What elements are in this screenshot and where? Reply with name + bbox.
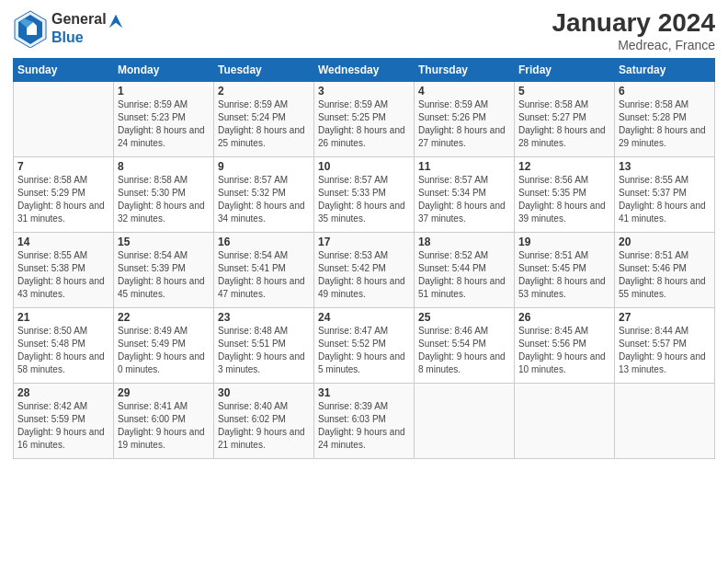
day-info: Sunrise: 8:59 AMSunset: 5:26 PMDaylight:… [418, 98, 510, 150]
table-row: 24Sunrise: 8:47 AMSunset: 5:52 PMDayligh… [314, 307, 415, 383]
day-info: Sunrise: 8:55 AMSunset: 5:38 PMDaylight:… [17, 249, 109, 301]
col-monday: Monday [114, 58, 214, 81]
day-number: 10 [318, 160, 410, 173]
day-number: 7 [17, 160, 109, 173]
table-row: 22Sunrise: 8:49 AMSunset: 5:49 PMDayligh… [114, 307, 214, 383]
day-number: 18 [418, 236, 510, 248]
table-row: 25Sunrise: 8:46 AMSunset: 5:54 PMDayligh… [415, 307, 515, 383]
day-info: Sunrise: 8:58 AMSunset: 5:27 PMDaylight:… [518, 98, 610, 150]
table-row: 29Sunrise: 8:41 AMSunset: 6:00 PMDayligh… [114, 383, 214, 458]
table-row: 8Sunrise: 8:58 AMSunset: 5:30 PMDaylight… [114, 156, 214, 232]
table-row: 17Sunrise: 8:53 AMSunset: 5:42 PMDayligh… [314, 232, 415, 307]
day-info: Sunrise: 8:44 AMSunset: 5:57 PMDaylight:… [619, 325, 711, 376]
day-number: 27 [619, 311, 711, 324]
day-info: Sunrise: 8:42 AMSunset: 5:59 PMDaylight:… [17, 400, 109, 452]
day-number: 12 [518, 160, 610, 173]
table-row: 14Sunrise: 8:55 AMSunset: 5:38 PMDayligh… [14, 232, 114, 307]
day-info: Sunrise: 8:49 AMSunset: 5:49 PMDaylight:… [118, 325, 210, 376]
day-info: Sunrise: 8:53 AMSunset: 5:42 PMDaylight:… [318, 249, 410, 301]
svg-marker-2 [108, 15, 121, 28]
day-number: 24 [318, 311, 410, 324]
day-info: Sunrise: 8:59 AMSunset: 5:25 PMDaylight:… [318, 98, 410, 150]
table-row: 16Sunrise: 8:54 AMSunset: 5:41 PMDayligh… [214, 232, 314, 307]
table-row: 9Sunrise: 8:57 AMSunset: 5:32 PMDaylight… [214, 156, 314, 232]
day-info: Sunrise: 8:47 AMSunset: 5:52 PMDaylight:… [318, 325, 410, 376]
col-wednesday: Wednesday [314, 58, 415, 81]
day-number: 2 [218, 85, 310, 98]
logo-blue: Blue [51, 29, 124, 46]
calendar-week-3: 14Sunrise: 8:55 AMSunset: 5:38 PMDayligh… [14, 232, 715, 307]
calendar-week-1: 1Sunrise: 8:59 AMSunset: 5:23 PMDaylight… [14, 81, 715, 156]
table-row: 11Sunrise: 8:57 AMSunset: 5:34 PMDayligh… [415, 156, 515, 232]
day-info: Sunrise: 8:57 AMSunset: 5:32 PMDaylight:… [218, 174, 310, 225]
day-number: 23 [218, 311, 310, 324]
month-title: January 2024 [552, 9, 715, 38]
table-row: 28Sunrise: 8:42 AMSunset: 5:59 PMDayligh… [14, 383, 114, 458]
calendar-week-2: 7Sunrise: 8:58 AMSunset: 5:29 PMDaylight… [14, 156, 715, 232]
day-number: 20 [619, 236, 711, 248]
day-info: Sunrise: 8:40 AMSunset: 6:02 PMDaylight:… [218, 400, 310, 452]
day-number: 6 [619, 85, 711, 98]
day-info: Sunrise: 8:54 AMSunset: 5:39 PMDaylight:… [118, 249, 210, 301]
calendar-table: Sunday Monday Tuesday Wednesday Thursday… [13, 58, 715, 459]
day-info: Sunrise: 8:52 AMSunset: 5:44 PMDaylight:… [418, 249, 510, 301]
header: General Blue January 2024 Medreac, Franc… [13, 9, 715, 52]
day-number: 26 [518, 311, 610, 324]
day-number: 3 [318, 85, 410, 98]
day-number: 15 [118, 236, 210, 248]
logo-arrow-icon [108, 13, 124, 29]
table-row: 3Sunrise: 8:59 AMSunset: 5:25 PMDaylight… [314, 81, 415, 156]
day-number: 8 [118, 160, 210, 173]
table-row [615, 383, 715, 458]
day-number: 17 [318, 236, 410, 248]
day-number: 13 [619, 160, 711, 173]
table-row: 21Sunrise: 8:50 AMSunset: 5:48 PMDayligh… [14, 307, 114, 383]
table-row [515, 383, 615, 458]
table-row: 15Sunrise: 8:54 AMSunset: 5:39 PMDayligh… [114, 232, 214, 307]
table-row: 23Sunrise: 8:48 AMSunset: 5:51 PMDayligh… [214, 307, 314, 383]
table-row: 6Sunrise: 8:58 AMSunset: 5:28 PMDaylight… [615, 81, 715, 156]
day-number: 16 [218, 236, 310, 248]
calendar-week-4: 21Sunrise: 8:50 AMSunset: 5:48 PMDayligh… [14, 307, 715, 383]
col-saturday: Saturday [615, 58, 715, 81]
day-info: Sunrise: 8:39 AMSunset: 6:03 PMDaylight:… [318, 400, 410, 452]
logo: General Blue [13, 9, 124, 48]
day-number: 9 [218, 160, 310, 173]
day-info: Sunrise: 8:59 AMSunset: 5:24 PMDaylight:… [218, 98, 310, 150]
day-info: Sunrise: 8:56 AMSunset: 5:35 PMDaylight:… [518, 174, 610, 225]
day-info: Sunrise: 8:57 AMSunset: 5:34 PMDaylight:… [418, 174, 510, 225]
day-info: Sunrise: 8:50 AMSunset: 5:48 PMDaylight:… [17, 325, 109, 376]
day-number: 30 [218, 386, 310, 399]
day-number: 31 [318, 386, 410, 399]
table-row: 31Sunrise: 8:39 AMSunset: 6:03 PMDayligh… [314, 383, 415, 458]
table-row: 5Sunrise: 8:58 AMSunset: 5:27 PMDaylight… [515, 81, 615, 156]
table-row: 2Sunrise: 8:59 AMSunset: 5:24 PMDaylight… [214, 81, 314, 156]
table-row: 10Sunrise: 8:57 AMSunset: 5:33 PMDayligh… [314, 156, 415, 232]
table-row: 4Sunrise: 8:59 AMSunset: 5:26 PMDaylight… [415, 81, 515, 156]
location: Medreac, France [552, 38, 715, 52]
day-info: Sunrise: 8:51 AMSunset: 5:45 PMDaylight:… [518, 249, 610, 301]
day-info: Sunrise: 8:54 AMSunset: 5:41 PMDaylight:… [218, 249, 310, 301]
day-info: Sunrise: 8:46 AMSunset: 5:54 PMDaylight:… [418, 325, 510, 376]
table-row: 12Sunrise: 8:56 AMSunset: 5:35 PMDayligh… [515, 156, 615, 232]
logo-icon [13, 9, 48, 48]
day-info: Sunrise: 8:51 AMSunset: 5:46 PMDaylight:… [619, 249, 711, 301]
day-number: 11 [418, 160, 510, 173]
col-friday: Friday [515, 58, 615, 81]
day-info: Sunrise: 8:41 AMSunset: 6:00 PMDaylight:… [118, 400, 210, 452]
col-sunday: Sunday [14, 58, 114, 81]
day-number: 29 [118, 386, 210, 399]
table-row: 13Sunrise: 8:55 AMSunset: 5:37 PMDayligh… [615, 156, 715, 232]
table-row: 18Sunrise: 8:52 AMSunset: 5:44 PMDayligh… [415, 232, 515, 307]
logo-general: General [51, 11, 107, 29]
day-info: Sunrise: 8:55 AMSunset: 5:37 PMDaylight:… [619, 174, 711, 225]
day-info: Sunrise: 8:58 AMSunset: 5:29 PMDaylight:… [17, 174, 109, 225]
day-number: 22 [118, 311, 210, 324]
day-info: Sunrise: 8:48 AMSunset: 5:51 PMDaylight:… [218, 325, 310, 376]
calendar-week-5: 28Sunrise: 8:42 AMSunset: 5:59 PMDayligh… [14, 383, 715, 458]
day-number: 1 [118, 85, 210, 98]
table-row: 19Sunrise: 8:51 AMSunset: 5:45 PMDayligh… [515, 232, 615, 307]
day-info: Sunrise: 8:45 AMSunset: 5:56 PMDaylight:… [518, 325, 610, 376]
table-row: 20Sunrise: 8:51 AMSunset: 5:46 PMDayligh… [615, 232, 715, 307]
day-info: Sunrise: 8:58 AMSunset: 5:30 PMDaylight:… [118, 174, 210, 225]
